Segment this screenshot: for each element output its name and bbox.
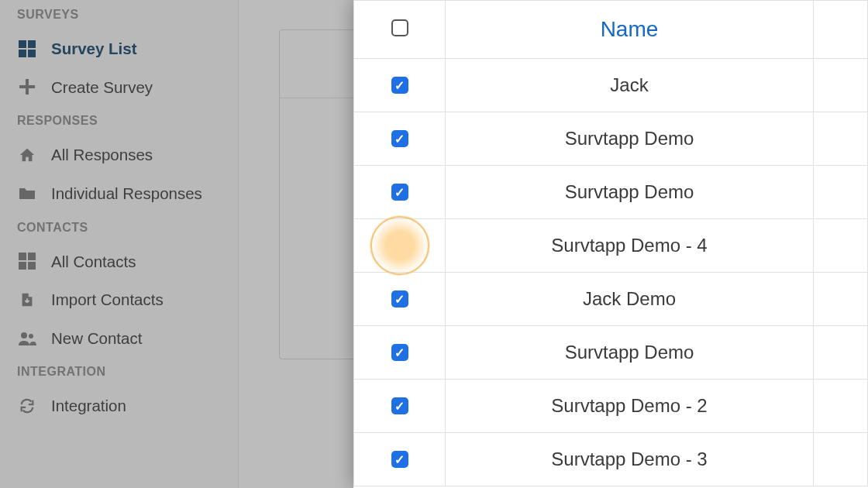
row-extra-cell: [814, 326, 868, 380]
table-row: Survtapp Demo - 3: [354, 433, 868, 486]
row-name-cell: Survtapp Demo - 2: [446, 380, 814, 433]
table-row: Jack Demo: [354, 273, 868, 326]
row-extra-cell: [814, 59, 868, 112]
row-name-cell: Survtapp Demo - 4: [446, 219, 814, 273]
row-name-cell: Survtapp Demo: [446, 166, 814, 219]
table-row: Survtapp Demo - 4: [354, 219, 868, 273]
row-checkbox[interactable]: [391, 397, 408, 414]
row-checkbox[interactable]: [391, 184, 408, 201]
name-column-header[interactable]: Name: [446, 1, 814, 59]
row-check-cell: [354, 219, 446, 273]
row-extra-cell: [814, 273, 868, 326]
row-name-cell: Survtapp Demo: [446, 112, 814, 166]
row-extra-cell: [814, 112, 868, 166]
row-check-cell: [354, 433, 446, 486]
row-check-cell: [354, 112, 446, 166]
row-check-cell: [354, 273, 446, 326]
contact-picker-modal: Name JackSurvtapp DemoSurvtapp DemoSurvt…: [353, 0, 868, 488]
table-row: Survtapp Demo: [354, 326, 868, 380]
row-checkbox[interactable]: [391, 130, 408, 147]
select-all-checkbox[interactable]: [391, 19, 408, 36]
row-checkbox[interactable]: [391, 290, 408, 308]
table-row: Survtapp Demo: [354, 112, 868, 166]
table-row: Survtapp Demo - 2: [354, 380, 868, 433]
table-row: Jack: [354, 59, 868, 112]
row-name-cell: Survtapp Demo - 3: [446, 433, 814, 486]
row-name-cell: Jack Demo: [446, 273, 814, 326]
row-checkbox[interactable]: [391, 237, 408, 254]
row-name-cell: Survtapp Demo: [446, 326, 814, 380]
table-row: Survtapp Demo: [354, 166, 868, 219]
row-extra-cell: [814, 219, 868, 273]
extra-column-header: [814, 1, 868, 59]
contacts-table: Name JackSurvtapp DemoSurvtapp DemoSurvt…: [353, 0, 868, 486]
row-check-cell: [354, 326, 446, 380]
row-extra-cell: [814, 433, 868, 486]
row-extra-cell: [814, 166, 868, 219]
row-checkbox[interactable]: [391, 344, 408, 361]
row-name-cell: Jack: [446, 59, 814, 112]
select-all-header-cell: [354, 1, 446, 59]
row-checkbox[interactable]: [391, 451, 408, 468]
row-extra-cell: [814, 380, 868, 433]
row-checkbox[interactable]: [391, 77, 408, 94]
row-check-cell: [354, 380, 446, 433]
row-check-cell: [354, 166, 446, 219]
row-check-cell: [354, 59, 446, 112]
